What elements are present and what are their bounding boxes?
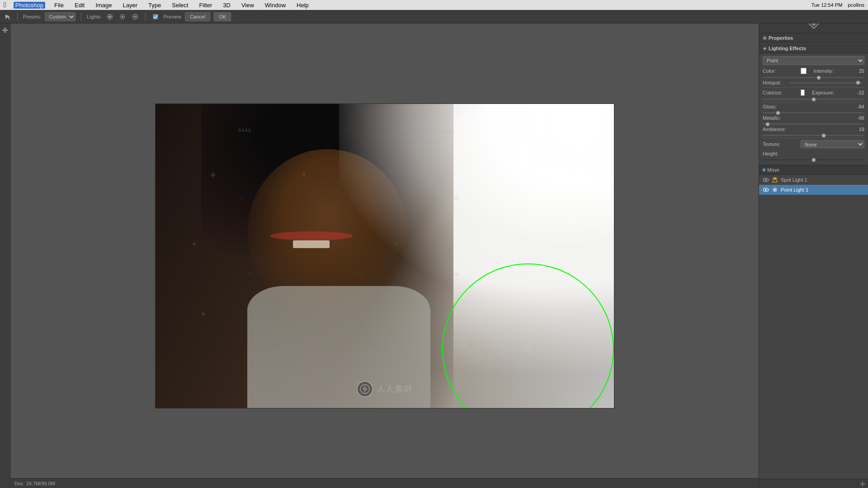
wm-icon-1: ◆: [211, 171, 216, 178]
watermark-2: AAA&: [339, 128, 355, 134]
color-swatch[interactable]: [801, 68, 807, 74]
color-label: Color:: [763, 68, 799, 74]
bright-light: [339, 103, 614, 301]
toolbar-sep-1: [17, 13, 18, 21]
watermark-11: 📷: [371, 341, 377, 347]
metallic-slider[interactable]: [763, 123, 864, 125]
preview-label: Preview: [164, 14, 181, 19]
menu-help[interactable]: Help: [295, 2, 311, 9]
properties-icon: ⚙: [763, 36, 767, 41]
menu-photoshop[interactable]: Photoshop: [14, 2, 45, 9]
menu-image[interactable]: Image: [94, 2, 113, 9]
menu-edit[interactable]: Edit: [73, 2, 86, 9]
lights-type-btn[interactable]: [118, 12, 127, 21]
watermark-logo: 人人素材: [357, 381, 413, 397]
colorize-swatch[interactable]: [801, 89, 805, 96]
ok-button[interactable]: OK: [214, 12, 231, 21]
exposure-thumb[interactable]: [812, 98, 816, 101]
ambience-label: Ambience:: [763, 127, 799, 132]
hotspot-row: Hotspot:: [763, 80, 864, 85]
lighting-effects-section-title: Lighting Effects: [769, 46, 806, 51]
exposure-slider-row: [763, 99, 864, 100]
texture-dropdown[interactable]: None: [801, 140, 864, 148]
watermark-4: 📷: [238, 195, 244, 200]
hotspot-slider[interactable]: [789, 82, 863, 84]
metallic-thumb[interactable]: [766, 122, 769, 126]
move-strip: Move: [759, 165, 868, 175]
photo-canvas[interactable]: AAA& AAA& AAA& 📷 📷 📷 📷 📷 📷 📷 📷 📷 ◆ ◆ ◆ ◆…: [155, 103, 614, 408]
menu-right-area: Tue 12:54 PM pcollins: [811, 2, 864, 8]
hotspot-thumb[interactable]: [856, 81, 860, 84]
menu-select[interactable]: Select: [170, 2, 190, 9]
watermark-8: 📷: [357, 271, 364, 277]
watermark-9: 📷: [453, 271, 459, 276]
svg-point-18: [765, 189, 767, 191]
wm-icon-4: ◆: [302, 171, 306, 177]
colorize-label: Colorize:: [763, 90, 799, 95]
type-dropdown[interactable]: Point Spot Infinite: [763, 56, 864, 65]
exposure-value: -22: [857, 90, 864, 95]
texture-label: Texture:: [763, 141, 799, 147]
gloss-value: -84: [857, 104, 864, 109]
crosshair-h: [524, 349, 533, 350]
lights-add-btn[interactable]: [105, 12, 114, 21]
properties-title: Properties: [769, 35, 793, 41]
tools-panel: [0, 23, 11, 488]
divider-2: [763, 102, 864, 102]
light-item-spot[interactable]: Spot Light 1: [759, 175, 868, 185]
svg-point-5: [122, 16, 123, 18]
menu-window[interactable]: Window: [263, 2, 288, 9]
wm-icon-6: ◆: [302, 310, 306, 317]
menubar:  Photoshop File Edit Image Layer Type S…: [0, 0, 868, 10]
apple-menu[interactable]: : [4, 1, 6, 9]
menu-3d[interactable]: 3D: [221, 2, 232, 9]
height-thumb[interactable]: [812, 158, 816, 162]
metallic-label: Metallic:: [763, 115, 799, 121]
lights-list: Spot Light 1 Point Light 1: [759, 175, 868, 195]
gloss-row: Gloss: -84: [763, 104, 864, 109]
spot-light-eye-icon[interactable]: [763, 178, 769, 182]
canvas-container: AAA& AAA& AAA& 📷 📷 📷 📷 📷 📷 📷 📷 📷 ◆ ◆ ◆ ◆…: [155, 103, 614, 408]
light-item-point[interactable]: Point Light 1: [759, 185, 868, 195]
height-slider[interactable]: [763, 159, 864, 160]
crosshair-v: [528, 345, 528, 354]
exposure-slider[interactable]: [763, 99, 864, 100]
wm-icon-7: ◆: [394, 171, 398, 177]
circle-center-handle[interactable]: [524, 345, 533, 354]
preview-checkbox-icon[interactable]: [151, 12, 160, 21]
hotspot-label: Hotspot:: [763, 80, 788, 85]
spot-light-name: Spot Light 1: [781, 177, 807, 183]
intensity-thumb[interactable]: [817, 76, 821, 80]
lights-delete-btn[interactable]: [131, 12, 140, 21]
watermark-10: 📷: [270, 341, 277, 347]
gloss-slider-row: [763, 112, 864, 113]
lighting-effects-icon: ★: [763, 46, 767, 51]
divider-1: [763, 87, 864, 88]
move-tool[interactable]: [1, 25, 10, 34]
panel-expand-icon[interactable]: [859, 480, 866, 488]
gloss-slider[interactable]: [763, 112, 864, 113]
menu-file[interactable]: File: [52, 2, 66, 9]
svg-marker-25: [2, 27, 8, 33]
intensity-label: Intensity:: [814, 68, 859, 74]
menu-type[interactable]: Type: [146, 2, 163, 9]
intensity-value: 25: [859, 68, 864, 74]
menu-user: pcollins: [848, 2, 864, 8]
menu-filter[interactable]: Filter: [197, 2, 214, 9]
point-light-eye-icon[interactable]: [763, 188, 769, 192]
gloss-thumb[interactable]: [776, 111, 780, 115]
ambience-thumb[interactable]: [822, 134, 826, 137]
ambience-slider[interactable]: [763, 135, 864, 136]
menu-view[interactable]: View: [240, 2, 256, 9]
intensity-slider[interactable]: [763, 77, 864, 78]
lighting-effects-section-header: ★ Lighting Effects: [759, 44, 868, 53]
svg-point-14: [765, 179, 767, 181]
presets-dropdown[interactable]: Custom: [45, 12, 75, 21]
menu-layer[interactable]: Layer: [121, 2, 140, 9]
watermark-12: 📷: [467, 341, 473, 346]
cancel-button[interactable]: Cancel: [185, 12, 210, 21]
ambience-slider-row: [763, 135, 864, 136]
move-indicator-icon: [763, 169, 765, 171]
properties-header: ⚙ Properties: [759, 33, 868, 43]
toolbar-sep-2: [81, 13, 81, 21]
